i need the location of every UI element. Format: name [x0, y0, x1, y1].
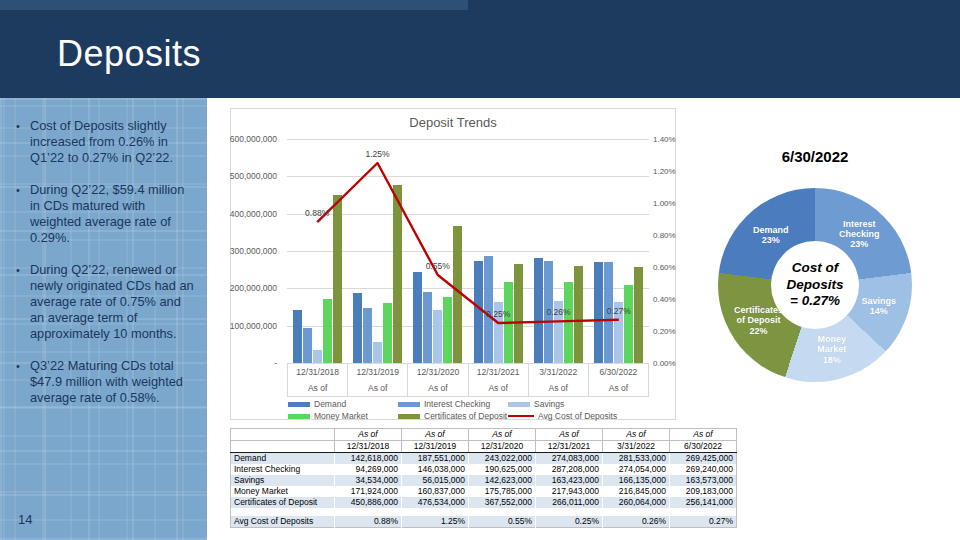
bullet-item: Cost of Deposits slightly increased from… [14, 118, 195, 166]
table-row-savings: Savings34,534,00056,015,000142,623,00016… [231, 475, 737, 486]
y-axis-tick-label: 500,000,000 [230, 171, 277, 181]
table-cell: 56,015,000 [402, 475, 469, 486]
legend-label: Interest Checking [424, 399, 490, 409]
table-cell: 209,183,000 [670, 486, 737, 497]
table-cell: 175,785,000 [469, 486, 536, 497]
table-header-date: 12/31/2018 [335, 441, 402, 453]
table-header-date: 12/31/2021 [536, 441, 603, 453]
table-cell: 256,141,000 [670, 497, 737, 508]
x-axis-sublabel: As of [469, 381, 528, 396]
table-header-date: 12/31/2020 [469, 441, 536, 453]
table-header-date: 12/31/2019 [402, 441, 469, 453]
trend-point-label: 0.27% [607, 306, 631, 316]
bullet-item: Q3’22 Maturing CDs total $47.9 million w… [14, 358, 195, 406]
table-cell: 190,625,000 [469, 464, 536, 475]
donut-hole: Cost of Deposits = 0.27% [771, 241, 859, 329]
table-row-demand: Demand142,618,000187,551,000243,022,0002… [231, 453, 737, 465]
y-axis-left: 600,000,000500,000,000400,000,000300,000… [231, 139, 281, 363]
y-axis-tick-label: 200,000,000 [230, 283, 277, 293]
table-header-asof: As of [536, 429, 603, 441]
table-cell: 0.25% [536, 516, 603, 528]
table-cell: 0.88% [335, 516, 402, 528]
chart-title: Deposit Trends [231, 115, 675, 130]
table-row-label: Certificates of Deposit [231, 497, 335, 508]
x-axis-date: 12/31/2019 [348, 364, 407, 381]
x-axis-sublabel: As of [348, 381, 407, 396]
table-cell: 142,623,000 [469, 475, 536, 486]
table-row-label: Avg Cost of Deposits [231, 516, 335, 528]
donut-slice-label-demand: Demand 23% [753, 224, 789, 245]
table-cell: 281,533,000 [603, 453, 670, 465]
table-row-interest-checking: Interest Checking94,269,000146,038,00019… [231, 464, 737, 475]
table-cell: 146,038,000 [402, 464, 469, 475]
legend-label: Certificates of Deposit [424, 411, 507, 421]
legend-swatch [398, 414, 420, 419]
legend-item-money-market: Money Market [288, 411, 398, 421]
table-spacer-row [231, 508, 737, 516]
y-axis-right-tick-label: 0.40% [653, 295, 676, 304]
x-axis-cell: 12/31/2018As of [287, 363, 347, 397]
legend-label: Money Market [314, 411, 368, 421]
y-axis-right: 1.40%1.20%1.00%0.80%0.60%0.40%0.20%0.00% [653, 139, 679, 363]
table-cell: 243,022,000 [469, 453, 536, 465]
y-axis-tick-label: 600,000,000 [230, 134, 277, 144]
bullet-item: During Q2’22, $59.4 million in CDs matur… [14, 182, 195, 246]
x-axis-date: 12/31/2018 [288, 364, 347, 381]
y-axis-right-tick-label: 0.60% [653, 263, 676, 272]
table-header-asof: As of [402, 429, 469, 441]
donut-center-label: Cost of Deposits = 0.27% [786, 260, 843, 311]
deposit-trends-chart: Deposit Trends 600,000,000500,000,000400… [230, 108, 676, 420]
legend-label: Savings [534, 399, 564, 409]
table-row-label: Money Market [231, 486, 335, 497]
trend-point-label: 0.55% [426, 261, 450, 271]
trend-point-label: 0.88% [305, 208, 329, 218]
table-cell: 163,423,000 [536, 475, 603, 486]
table-cell: 34,534,000 [335, 475, 402, 486]
legend-label: Avg Cost of Deposits [538, 411, 617, 421]
table-cell: 171,924,000 [335, 486, 402, 497]
donut-chart: 6/30/2022 Cost of Deposits = 0.27% Inter… [705, 148, 925, 398]
x-axis-sublabel: As of [408, 381, 467, 396]
table-corner-cell [231, 429, 335, 441]
y-axis-right-tick-label: 1.20% [653, 167, 676, 176]
table-cell: 217,943,000 [536, 486, 603, 497]
trend-point-label: 1.25% [365, 149, 389, 159]
avg-cost-trend-line [287, 139, 649, 363]
table-cell [536, 508, 603, 516]
chart-legend: DemandInterest CheckingSavingsMoney Mark… [231, 399, 675, 421]
table-cell: 0.26% [603, 516, 670, 528]
legend-swatch [398, 402, 420, 407]
table-cell: 166,135,000 [603, 475, 670, 486]
slide: Deposits Cost of Deposits slightly incre… [0, 0, 960, 540]
table-cell [402, 508, 469, 516]
legend-swatch [288, 402, 310, 407]
y-axis-tick-label: 400,000,000 [230, 209, 277, 219]
table-cell: 260,064,000 [603, 497, 670, 508]
legend-line-swatch [508, 415, 534, 418]
table-cell: 367,552,000 [469, 497, 536, 508]
y-axis-right-tick-label: 1.00% [653, 199, 676, 208]
x-axis-date: 3/31/2022 [529, 364, 588, 381]
deposit-table: As ofAs ofAs ofAs ofAs ofAs of 12/31/201… [230, 428, 737, 528]
donut-slice-label-interest-checking: Interest Checking 23% [839, 219, 880, 250]
x-axis-cell: 12/31/2021As of [468, 363, 528, 397]
table-row-avg-cost-of-deposits: Avg Cost of Deposits0.88%1.25%0.55%0.25%… [231, 516, 737, 528]
table-cell: 274,083,000 [536, 453, 603, 465]
x-axis-sublabel: As of [589, 381, 648, 396]
table-row-certificates-of-deposit: Certificates of Deposit450,886,000476,53… [231, 497, 737, 508]
x-axis-sublabel: As of [288, 381, 347, 396]
table-cell: 160,837,000 [402, 486, 469, 497]
trend-point-label: 0.26% [546, 307, 570, 317]
plot-area: 0.88%1.25%0.55%0.25%0.26%0.27% [287, 139, 649, 363]
legend-swatch [288, 414, 310, 419]
legend-item-demand: Demand [288, 399, 398, 409]
table-header-date-row: 12/31/201812/31/201912/31/202012/31/2021… [231, 441, 737, 453]
table-row-label: Demand [231, 453, 335, 465]
x-axis: 12/31/2018As of12/31/2019As of12/31/2020… [287, 363, 649, 397]
slide-title: Deposits [57, 33, 201, 75]
table-header-date: 3/31/2022 [603, 441, 670, 453]
legend-item-certificates-of-deposit: Certificates of Deposit [398, 411, 508, 421]
table-cell: 287,208,000 [536, 464, 603, 475]
x-axis-sublabel: As of [529, 381, 588, 396]
x-axis-date: 12/31/2021 [469, 364, 528, 381]
